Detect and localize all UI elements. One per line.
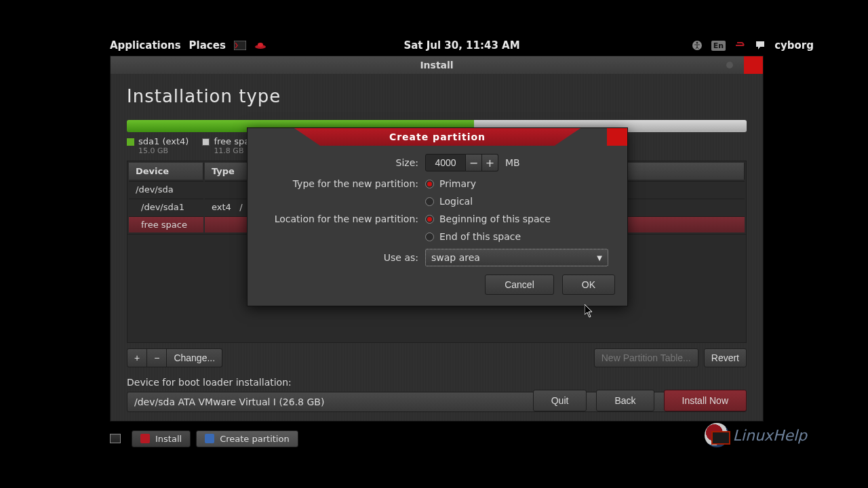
task-create-partition[interactable]: Create partition <box>196 430 298 447</box>
size-increment-button[interactable]: + <box>482 154 498 171</box>
svg-rect-0 <box>234 41 246 50</box>
app-icon <box>140 434 150 443</box>
add-partition-button[interactable]: + <box>127 348 147 367</box>
terminal-launcher-icon[interactable] <box>234 39 246 52</box>
chevron-down-icon: ▼ <box>597 254 602 262</box>
revert-button[interactable]: Revert <box>704 348 747 367</box>
size-spinbox[interactable]: − + <box>425 154 498 171</box>
svg-point-4 <box>696 42 698 44</box>
dialog-close-icon[interactable] <box>607 128 627 146</box>
legend-sda1-size: 15.0 GB <box>138 146 189 155</box>
ok-button[interactable]: OK <box>562 274 615 295</box>
top-panel: Applications Places Sat Jul 30, 11:43 AM… <box>110 37 814 54</box>
install-window-title: Install <box>420 60 453 70</box>
type-primary-radio[interactable]: Primary <box>425 178 476 189</box>
remove-partition-button[interactable]: − <box>147 348 167 367</box>
useas-select[interactable]: swap area ▼ <box>425 249 608 266</box>
chat-icon[interactable] <box>754 39 766 52</box>
applications-menu[interactable]: Applications <box>110 39 181 52</box>
radio-icon <box>425 197 434 206</box>
task-install[interactable]: Install <box>132 430 191 447</box>
mouse-cursor-icon <box>585 304 594 318</box>
change-partition-button[interactable]: Change... <box>167 348 222 367</box>
minimize-icon[interactable] <box>726 62 733 68</box>
bootloader-value: /dev/sda ATA VMware Virtual I (26.8 GB) <box>134 396 324 407</box>
new-partition-table-button: New Partition Table... <box>594 348 698 367</box>
useas-value: swap area <box>431 252 480 263</box>
radio-icon <box>425 232 434 241</box>
size-label: Size: <box>260 157 425 168</box>
location-label: Location for the new partition: <box>260 214 425 224</box>
install-now-button[interactable]: Install Now <box>664 390 747 411</box>
show-desktop-icon[interactable] <box>110 434 121 443</box>
type-logical-radio[interactable]: Logical <box>425 196 476 207</box>
app-icon <box>205 434 214 443</box>
cancel-button[interactable]: Cancel <box>485 274 554 295</box>
places-menu[interactable]: Places <box>189 39 226 52</box>
page-title: Installation type <box>127 86 747 106</box>
dialog-titlebar[interactable]: Create partition <box>248 128 627 146</box>
radio-icon <box>425 215 434 224</box>
svg-point-2 <box>258 43 263 47</box>
create-partition-dialog: Create partition Size: − + MB Type for t… <box>247 127 628 306</box>
user-menu[interactable]: cyborg <box>774 39 814 52</box>
col-device[interactable]: Device <box>129 163 203 180</box>
dialog-title: Create partition <box>389 131 486 142</box>
useas-label: Use as: <box>260 252 425 263</box>
install-window-titlebar[interactable]: Install <box>111 56 763 74</box>
radio-icon <box>425 180 434 188</box>
back-button[interactable]: Back <box>596 390 654 411</box>
hat-launcher-icon[interactable] <box>254 39 267 52</box>
location-beginning-radio[interactable]: Beginning of this space <box>425 214 551 224</box>
quit-button[interactable]: Quit <box>533 390 587 411</box>
close-icon[interactable] <box>744 56 763 74</box>
legend-sda1-label: sda1 (ext4) <box>138 136 189 146</box>
network-icon[interactable] <box>734 39 746 52</box>
size-input[interactable] <box>425 154 466 171</box>
watermark: LinuxHelp <box>705 423 807 447</box>
size-unit: MB <box>505 157 520 168</box>
size-decrement-button[interactable]: − <box>466 154 482 171</box>
keyboard-layout-indicator[interactable]: En <box>711 41 726 51</box>
location-end-radio[interactable]: End of this space <box>425 231 551 242</box>
type-label: Type for the new partition: <box>260 178 425 189</box>
accessibility-icon[interactable] <box>691 39 703 52</box>
bootloader-label: Device for boot loader installation: <box>127 377 747 388</box>
